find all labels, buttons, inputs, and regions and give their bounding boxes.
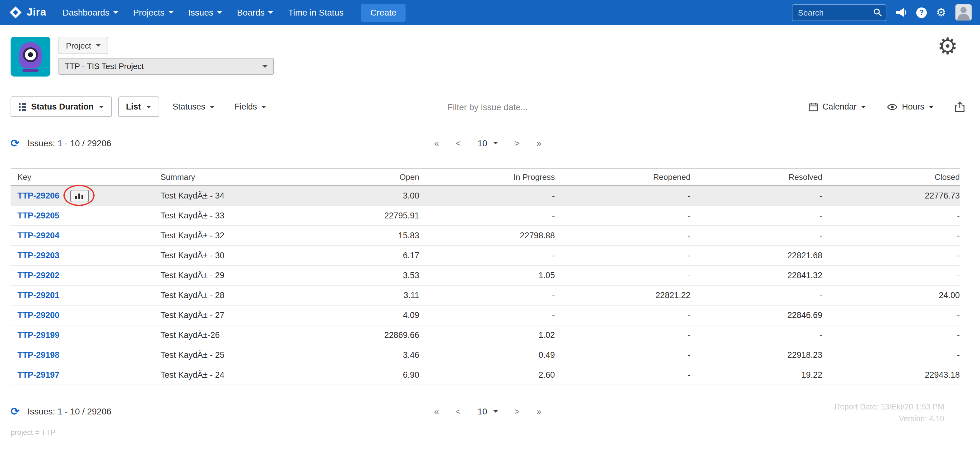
nav-projects[interactable]: Projects [133, 8, 173, 18]
issue-key-link[interactable]: TTP-29203 [18, 251, 59, 260]
hours-dropdown[interactable]: Hours [887, 102, 934, 112]
export-button[interactable] [955, 101, 965, 112]
calendar-dropdown[interactable]: Calendar [809, 102, 866, 112]
nav-time-in-status[interactable]: Time in Status [288, 8, 344, 18]
table-header: Key Summary Open In Progress Reopened Re… [11, 168, 960, 186]
issue-key-link[interactable]: TTP-29197 [18, 370, 59, 380]
cell-reopened: - [555, 330, 690, 340]
page-size-value: 10 [477, 138, 487, 148]
nav-gear-icon[interactable]: ⚙ [936, 7, 946, 18]
table-row: TTP-29202Test KaydÄ± - 293.531.05-22841.… [11, 266, 960, 286]
project-avatar [11, 37, 50, 77]
issue-key-link[interactable]: TTP-29205 [18, 211, 59, 220]
cell-resolved: 22918.23 [690, 350, 822, 360]
search-box[interactable] [792, 4, 886, 21]
pagination-last[interactable]: » [536, 138, 541, 148]
cell-open: 3.11 [310, 290, 419, 300]
project-select[interactable]: TTP - TIS Test Project [59, 58, 274, 75]
cell-summary: Test KaydÄ± - 27 [161, 311, 310, 320]
fields-dropdown[interactable]: Fields [234, 102, 266, 112]
cell-closed: - [822, 231, 960, 240]
jira-home-link[interactable]: Jira [9, 6, 46, 19]
issue-key-link[interactable]: TTP-29199 [18, 330, 59, 340]
issue-key-link[interactable]: TTP-29206 [18, 191, 59, 200]
pagination-next[interactable]: > [515, 406, 520, 416]
refresh-icon[interactable]: ⟳ [11, 406, 20, 417]
page-size-dropdown[interactable]: 10 [477, 138, 498, 148]
grid-icon [19, 103, 26, 110]
chart-icon-button[interactable] [70, 190, 89, 202]
page-size-dropdown[interactable]: 10 [477, 406, 498, 416]
issue-key-link[interactable]: TTP-29202 [18, 271, 59, 280]
col-header-closed: Closed [822, 172, 960, 182]
col-header-reopened: Reopened [555, 172, 690, 182]
cell-key: TTP-29203 [11, 251, 161, 260]
status-duration-dropdown[interactable]: Status Duration [11, 96, 111, 117]
pagination-top: « < 10 > » [434, 138, 541, 148]
cell-open: 3.46 [310, 350, 419, 360]
chevron-down-icon [96, 44, 101, 47]
pagination-last[interactable]: » [536, 406, 541, 416]
status-duration-label: Status Duration [31, 102, 94, 112]
nav-issues[interactable]: Issues [188, 8, 222, 18]
cell-closed: - [822, 271, 960, 280]
page-size-value: 10 [477, 406, 487, 416]
col-header-key: Key [11, 172, 161, 182]
issue-key-link[interactable]: TTP-29201 [18, 290, 59, 300]
chevron-down-icon [861, 105, 866, 108]
table-row: TTP-29198Test KaydÄ± - 253.460.49-22918.… [11, 345, 960, 365]
cell-in-progress: 1.05 [419, 271, 555, 280]
cell-key: TTP-29197 [11, 370, 161, 380]
search-input[interactable] [792, 4, 886, 21]
cell-reopened: 22821.22 [555, 290, 690, 300]
chevron-down-icon [217, 11, 222, 14]
report-version: Version: 4.10 [834, 413, 944, 425]
cell-resolved: 22821.68 [690, 251, 822, 260]
pagination-first[interactable]: « [434, 138, 439, 148]
settings-gear-icon[interactable]: ⚙ [937, 35, 958, 58]
cell-open: 22795.91 [310, 211, 419, 220]
cell-reopened: - [555, 211, 690, 220]
feedback-megaphone-icon[interactable] [896, 8, 907, 18]
cell-key: TTP-29198 [11, 350, 161, 360]
statuses-label: Statuses [173, 102, 205, 112]
pagination-prev[interactable]: < [456, 138, 461, 148]
nav-dashboards[interactable]: Dashboards [62, 8, 118, 18]
nav-boards[interactable]: Boards [237, 8, 274, 18]
cell-reopened: - [555, 370, 690, 380]
list-label: List [126, 102, 141, 112]
create-button[interactable]: Create [361, 3, 406, 21]
chevron-down-icon [210, 105, 215, 108]
cell-reopened: - [555, 350, 690, 360]
cell-reopened: - [555, 311, 690, 320]
issues-count: Issues: 1 - 10 / 29206 [28, 406, 111, 416]
issue-key-link[interactable]: TTP-29200 [18, 311, 59, 320]
cell-in-progress: - [419, 191, 555, 200]
col-header-in-progress: In Progress [419, 172, 555, 182]
issue-key-link[interactable]: TTP-29198 [18, 350, 59, 360]
project-dropdown-button[interactable]: Project [59, 37, 108, 54]
issues-count: Issues: 1 - 10 / 29206 [28, 138, 111, 148]
list-dropdown[interactable]: List [118, 96, 159, 117]
cell-key: TTP-29205 [11, 211, 161, 220]
search-icon [873, 8, 882, 16]
table-row: TTP-29199Test KaydÄ±-2622869.661.02--- [11, 326, 960, 345]
page: Jira Dashboards Projects Issues Boards T… [0, 0, 980, 458]
pagination-next[interactable]: > [515, 138, 520, 148]
refresh-icon[interactable]: ⟳ [11, 138, 20, 148]
cell-key: TTP-29199 [11, 330, 161, 340]
cell-key: TTP-29201 [11, 290, 161, 300]
pagination-first[interactable]: « [434, 406, 439, 416]
cell-closed: 24.00 [822, 290, 960, 300]
nav-dashboards-label: Dashboards [62, 8, 110, 18]
issue-key-link[interactable]: TTP-29204 [18, 231, 59, 240]
cell-summary: Test KaydÄ± - 32 [161, 231, 310, 240]
chevron-down-icon [493, 142, 498, 144]
pagination-prev[interactable]: < [456, 406, 461, 416]
help-icon[interactable]: ? [916, 7, 927, 18]
issue-date-filter[interactable]: Filter by issue date... [447, 102, 528, 112]
cell-summary: Test KaydÄ±-26 [161, 330, 310, 340]
col-header-open: Open [310, 172, 419, 182]
user-avatar[interactable] [955, 4, 972, 21]
statuses-dropdown[interactable]: Statuses [173, 102, 215, 112]
